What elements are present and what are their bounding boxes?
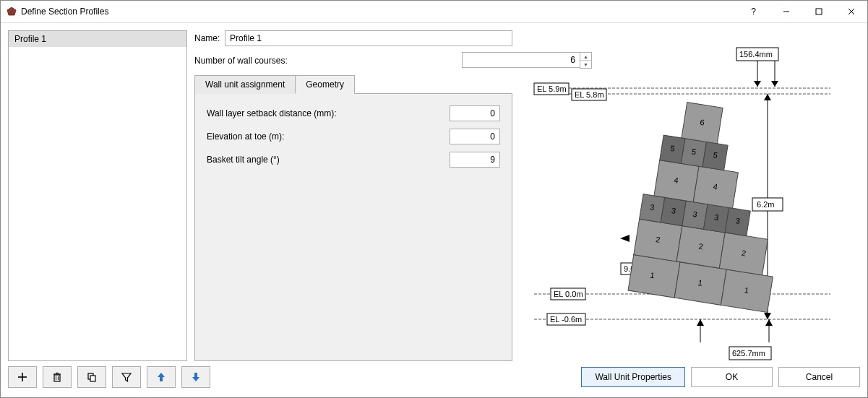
window-title: Define Section Profiles [21,7,108,17]
tab-body-geometry: Wall layer setback distance (mm): Elevat… [194,94,512,361]
svg-marker-15 [754,81,761,87]
form-pane: Name: Number of wall courses: ▲ ▼ Wall u… [194,30,512,361]
tab-row: Wall unit assignment Geometry [194,74,512,94]
copy-button[interactable] [77,366,106,388]
el-label-59: EL 5.9m [537,85,567,93]
elevation-label: Elevation at toe (m): [207,131,450,142]
profile-list-item[interactable]: Profile 1 [9,31,186,47]
svg-rect-65 [54,375,60,381]
elevation-input[interactable] [450,129,500,144]
svg-marker-19 [764,94,771,100]
setback-label: Wall layer setback distance (mm): [207,108,450,118]
profile-preview: EL 5.9m EL 5.8m EL 0.0m EL -0.6m 1 [520,30,860,361]
setback-input[interactable] [450,105,500,121]
tilt-input[interactable] [450,152,500,168]
name-input[interactable] [225,30,512,46]
delete-button[interactable] [43,366,72,388]
el-label-neg: EL -0.6m [550,315,582,324]
svg-rect-2 [816,9,822,14]
height-dim-label: 6.2m [757,200,774,209]
tab-geometry[interactable]: Geometry [295,75,355,94]
move-down-button[interactable] [181,366,210,388]
close-button[interactable] [835,1,867,22]
courses-label: Number of wall courses: [194,56,462,66]
el-label-58: EL 5.8m [575,90,604,99]
svg-marker-17 [771,81,778,87]
top-dim-label: 156.4mm [739,50,773,59]
wall-unit-properties-button[interactable]: Wall Unit Properties [581,367,685,387]
svg-marker-74 [192,373,199,381]
tab-wall-unit-assignment[interactable]: Wall unit assignment [194,75,296,94]
app-icon [7,7,17,17]
minimize-button[interactable] [770,1,802,22]
name-label: Name: [194,33,225,43]
tilt-label: Basket tilt angle (°) [207,155,450,165]
add-button[interactable] [8,366,37,388]
svg-marker-28 [620,235,629,242]
svg-marker-72 [122,373,131,381]
svg-marker-20 [764,313,771,319]
cancel-button[interactable]: Cancel [778,367,860,387]
svg-marker-0 [7,7,16,15]
content-area: Profile 1 Name: Number of wall courses: … [1,23,867,361]
el-label-0: EL 0.0m [554,290,583,298]
svg-marker-24 [697,319,704,326]
title-bar: Define Section Profiles ? [1,1,867,23]
maximize-button[interactable] [802,1,835,22]
filter-button[interactable] [112,366,141,388]
profile-list[interactable]: Profile 1 [8,30,187,361]
bottom-dim-label: 625.7mm [732,349,765,358]
help-button[interactable]: ? [737,1,770,22]
dialog-window: Define Section Profiles ? Profile 1 Name… [0,0,868,398]
ok-button[interactable]: OK [691,367,773,387]
move-up-button[interactable] [147,366,176,388]
footer: Wall Unit Properties OK Cancel [1,361,867,397]
svg-rect-71 [90,376,95,381]
svg-marker-26 [765,319,773,326]
svg-marker-73 [158,373,165,381]
